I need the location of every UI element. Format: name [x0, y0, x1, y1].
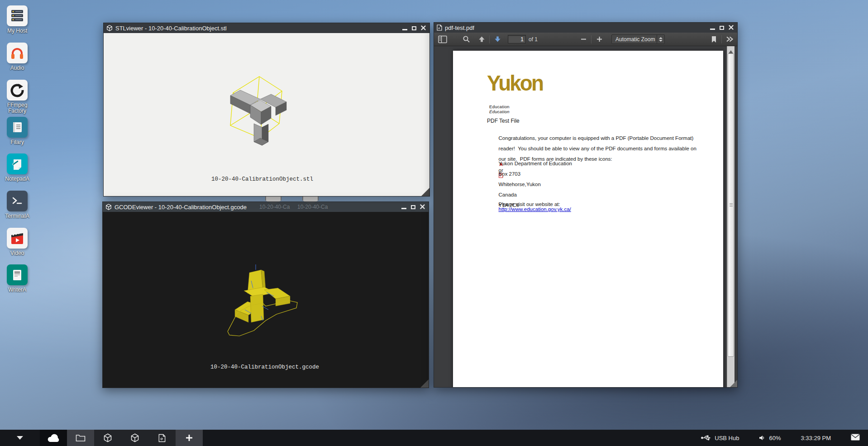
desktop-icon-writera[interactable]: WriterA — [0, 264, 34, 293]
address-line: Whitehorse,Yukon — [499, 182, 541, 187]
gcode-file-info: 10-20-40-CalibrationObject.gcode ../../D… — [210, 350, 414, 388]
folder-icon — [76, 434, 86, 442]
taskbar-item-cloud[interactable] — [40, 430, 67, 446]
logo-subtitle-fr: Éducation — [489, 109, 510, 114]
cube-icon — [103, 433, 112, 442]
bookmark-icon[interactable] — [708, 34, 720, 45]
pdf-heading: PDF Test File — [487, 119, 520, 124]
desktop-icon-label: TerminalA — [0, 213, 34, 219]
sidebar-toggle-button[interactable] — [437, 34, 448, 45]
usb-label: USB Hub — [715, 435, 739, 441]
stl-file-info: 10-20-40-CalibrationObject.stl ../../Des… — [211, 163, 408, 196]
pdf-file-icon — [437, 24, 442, 31]
cube-icon — [130, 433, 139, 442]
pdf-file-icon — [158, 434, 166, 442]
minimize-button[interactable] — [401, 208, 406, 209]
pdf-page: Yukon Education Éducation PDF Test File … — [453, 51, 723, 387]
pdf-content-area: Yukon Education Éducation PDF Test File … — [434, 46, 737, 387]
taskbar-item-gcode-viewer[interactable] — [121, 430, 148, 446]
desktop-icon-filary[interactable]: Filary — [0, 117, 34, 145]
plus-icon — [186, 434, 193, 441]
cube-icon — [105, 204, 112, 210]
chevron-down-icon — [17, 436, 23, 440]
maximize-button[interactable] — [720, 26, 724, 30]
resize-grip[interactable] — [730, 380, 737, 387]
stl-canvas[interactable]: 10-20-40-CalibrationObject.stl ../../Des… — [104, 33, 429, 196]
gcode-titlebar[interactable]: GCODEviewer - 10-20-40-CalibrationObject… — [103, 202, 429, 212]
vertical-scrollbar[interactable] — [727, 46, 734, 387]
stl-titlebar[interactable]: STLviewer - 10-20-40-CalibrationObject.s… — [104, 23, 429, 33]
zoom-select-spinner — [657, 35, 664, 43]
pdf-viewer-window: pdf-test.pdf of 1 — [434, 22, 738, 388]
usb-icon — [701, 435, 711, 441]
close-button[interactable] — [729, 24, 734, 32]
desktop-icon-label: NotepadA — [0, 176, 34, 182]
taskbar-new-window-button[interactable] — [176, 430, 203, 446]
terminal-icon — [7, 191, 28, 211]
desktop-icon-terminala[interactable]: TerminalA — [0, 191, 34, 219]
maximize-button[interactable] — [412, 26, 416, 30]
taskbar-item-file-manager[interactable] — [67, 430, 94, 446]
desktop-icon-audio[interactable]: Audio — [0, 43, 34, 71]
cloud-icon — [47, 433, 60, 442]
gcode-viewer-window: GCODEviewer - 10-20-40-CalibrationObject… — [102, 201, 429, 388]
desktop-icon-label: Video — [0, 250, 34, 256]
resize-grip[interactable] — [421, 188, 429, 196]
pdf-titlebar[interactable]: pdf-test.pdf — [434, 23, 737, 33]
gcode-canvas[interactable]: 10-20-40-CalibrationObject.gcode ../../D… — [103, 212, 429, 388]
clapperboard-icon — [7, 228, 28, 249]
desktop-icon-label: Filary — [0, 139, 34, 145]
previous-page-button[interactable] — [476, 34, 487, 45]
zoom-select-value: Automatic Zoom — [615, 36, 655, 43]
gcode-filename: 10-20-40-CalibrationObject.gcode — [210, 364, 414, 371]
window-title: pdf-test.pdf — [445, 24, 474, 31]
clock[interactable]: 3:33:29 PM — [801, 435, 831, 441]
taskbar-item-pdf-viewer[interactable] — [148, 430, 176, 446]
logo-subtitle-en: Education — [489, 104, 510, 109]
document-icon — [7, 264, 28, 285]
desktop-icon-ffmpeg-factory[interactable]: FFmpeg Factory — [0, 80, 34, 114]
resize-grip[interactable] — [420, 379, 429, 388]
zoom-in-button[interactable] — [593, 34, 605, 45]
desktop-icon-my-host[interactable]: My Host — [0, 5, 34, 34]
zoom-select[interactable]: Automatic Zoom — [611, 34, 665, 44]
usb-status[interactable]: USB Hub — [701, 435, 739, 441]
address-line: Box 2703 — [499, 171, 521, 177]
zoom-out-button[interactable] — [577, 34, 589, 45]
taskbar-menu-button[interactable] — [0, 430, 40, 446]
minimize-button[interactable] — [710, 29, 715, 30]
website-link[interactable]: http://www.education.gov.yk.ca/ — [499, 206, 571, 212]
headphones-icon — [7, 43, 28, 63]
paragraph-line: Congratulations, your computer is equipp… — [499, 135, 694, 141]
taskbar-item-stl-viewer[interactable] — [94, 430, 121, 446]
desktop-icon-label: FFmpeg Factory — [0, 102, 34, 114]
taskbar: USB Hub 60% 3:33:29 PM — [0, 430, 868, 446]
envelope-icon — [851, 434, 860, 441]
next-page-button[interactable] — [491, 34, 503, 45]
gcode-3d-toolpath — [221, 263, 321, 353]
close-button[interactable] — [421, 24, 426, 32]
maximize-button[interactable] — [411, 205, 415, 209]
volume-status[interactable]: 60% — [759, 435, 781, 441]
stl-viewer-window: STLviewer - 10-20-40-CalibrationObject.s… — [103, 23, 430, 197]
speaker-icon — [759, 435, 765, 441]
window-title: STLviewer - 10-20-40-CalibrationObject.s… — [115, 25, 227, 32]
toolbar-more-chevron-icon[interactable] — [724, 34, 735, 45]
search-icon[interactable] — [460, 34, 472, 45]
pdf-toolbar: of 1 Automatic Zoom — [434, 33, 737, 46]
notifications-button[interactable] — [851, 434, 860, 442]
page-count-label: of 1 — [529, 36, 538, 43]
minimize-button[interactable] — [402, 29, 407, 30]
recycle-arrows-icon — [7, 80, 28, 101]
page-number-input[interactable] — [508, 35, 526, 43]
scrollbar-thumb[interactable] — [728, 53, 734, 357]
cube-icon — [106, 25, 113, 31]
window-title: GCODEviewer - 10-20-40-CalibrationObject… — [114, 204, 247, 211]
desktop-icon-label: WriterA — [0, 287, 34, 293]
server-icon — [7, 5, 28, 26]
website-line: Please visit our website at: http://www.… — [487, 197, 571, 217]
desktop-icon-notepada[interactable]: NotepadA — [0, 153, 34, 182]
close-button[interactable] — [420, 203, 425, 211]
ghost-desktop-label: 10-20-40-Ca — [297, 204, 328, 210]
desktop-icon-video[interactable]: Video — [0, 228, 34, 256]
